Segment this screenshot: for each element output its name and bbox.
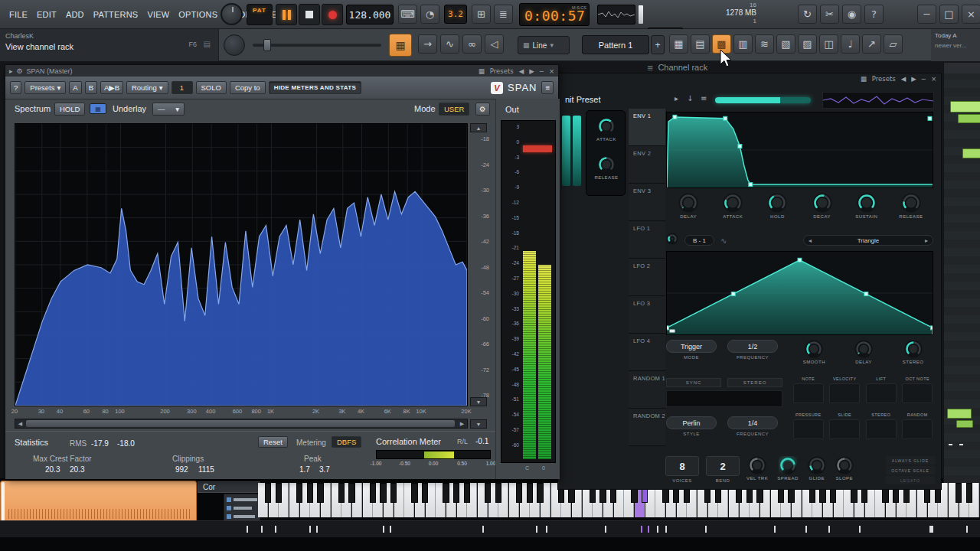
- scroll-left-button[interactable]: ◀: [15, 419, 25, 428]
- shape-next-icon[interactable]: ▸: [925, 237, 928, 244]
- clip-indicator[interactable]: [523, 145, 552, 152]
- typing-keyboard-icon[interactable]: ⌨: [398, 5, 417, 24]
- reset-button[interactable]: Reset: [258, 436, 288, 448]
- black-key[interactable]: [390, 483, 397, 503]
- underlay-selector[interactable]: —▾: [152, 103, 185, 116]
- knob-delay[interactable]: DELAY: [844, 340, 884, 375]
- black-key[interactable]: [516, 483, 522, 503]
- menu-button[interactable]: ≡: [541, 81, 554, 94]
- lfo-display[interactable]: [666, 251, 933, 335]
- smart-disable-icon[interactable]: ∿: [440, 34, 459, 54]
- master-pitch-knob[interactable]: [224, 34, 245, 56]
- random-frequency-button[interactable]: 1/4: [727, 416, 778, 429]
- step-sequencer-icon[interactable]: ▤: [691, 34, 710, 54]
- metronome-icon[interactable]: ♩: [841, 34, 860, 54]
- output-meter[interactable]: 30-3-6-9-12-15-18-21-24-27-30-33-36-39-4…: [501, 120, 556, 463]
- matrix-slide[interactable]: SLIDE: [828, 412, 862, 448]
- matrix-cell[interactable]: [866, 383, 897, 403]
- tab-env-2[interactable]: ENV 2: [629, 146, 665, 184]
- mode-user-button[interactable]: USER: [439, 103, 469, 116]
- spectrum-scrollbar[interactable]: ◀ ▶: [15, 419, 468, 429]
- collapse-icon[interactable]: ▸: [9, 67, 13, 75]
- preset-name[interactable]: nit Preset: [565, 95, 600, 104]
- black-key[interactable]: [348, 483, 354, 503]
- tools-icon[interactable]: ✂: [820, 5, 839, 24]
- spectrum-display[interactable]: [15, 123, 468, 406]
- preset-next-icon[interactable]: ▸: [675, 94, 678, 103]
- matrix-stereo[interactable]: STEREO: [864, 412, 898, 448]
- voices-button[interactable]: 8: [665, 456, 699, 476]
- audio-clip-thumbnail[interactable]: [0, 481, 197, 523]
- random-sync-button[interactable]: SYNC: [666, 378, 721, 387]
- tab-env-3[interactable]: ENV 3: [629, 184, 665, 221]
- background-window-fragment[interactable]: Cor: [198, 481, 260, 493]
- piano-roll-note[interactable]: [958, 114, 980, 123]
- mod-strip-1[interactable]: [562, 116, 570, 186]
- piano-roll-note[interactable]: [947, 409, 972, 419]
- close-window-button[interactable]: ×: [931, 75, 936, 83]
- side-knob-release[interactable]: RELEASE: [593, 155, 620, 180]
- random-style-button[interactable]: Perlin: [666, 416, 717, 429]
- matrix-cell[interactable]: [866, 419, 897, 439]
- black-key[interactable]: [956, 483, 962, 503]
- black-key[interactable]: [527, 483, 533, 503]
- tab-env-1[interactable]: ENV 1: [629, 109, 665, 146]
- browser-icon[interactable]: ▨: [798, 34, 817, 54]
- help-icon[interactable]: ?: [864, 5, 884, 24]
- scroll-right-button[interactable]: ▶: [457, 419, 467, 428]
- knob-vel-trk[interactable]: VEL TRK: [746, 456, 768, 481]
- mic-icon[interactable]: ◉: [842, 5, 861, 24]
- ab-slot-b-button[interactable]: B: [85, 81, 97, 94]
- stop-button[interactable]: [299, 4, 320, 25]
- black-key[interactable]: [485, 483, 491, 503]
- maximize-button[interactable]: □: [939, 5, 959, 24]
- next-preset-button[interactable]: ▶: [529, 67, 534, 75]
- plugin-gear-icon[interactable]: ⚙: [17, 67, 23, 75]
- lfo-tempo-pill[interactable]: B - 1: [684, 235, 714, 246]
- black-key[interactable]: [453, 483, 459, 503]
- hold-button[interactable]: HOLD: [54, 103, 85, 116]
- black-key[interactable]: [276, 483, 282, 503]
- pattern-add-button[interactable]: +: [651, 35, 665, 54]
- dbfs-button[interactable]: DBFS: [332, 436, 361, 448]
- minimize-button[interactable]: ─: [917, 5, 936, 24]
- black-key[interactable]: [966, 483, 972, 503]
- matrix-cell[interactable]: [793, 383, 824, 403]
- knob-release[interactable]: RELEASE: [889, 193, 933, 230]
- prev-preset-button[interactable]: ◀: [519, 67, 524, 75]
- waveform-preview[interactable]: [822, 92, 934, 109]
- side-knob-attack[interactable]: ATTACK: [593, 117, 620, 142]
- hide-meters-button[interactable]: HIDE METERS AND STATS: [269, 81, 362, 94]
- knob-hold[interactable]: HOLD: [755, 193, 799, 230]
- count-in-display[interactable]: 3.2: [444, 5, 467, 24]
- news-panel[interactable]: Today A newer ver...: [931, 29, 980, 61]
- black-key[interactable]: [317, 483, 323, 503]
- matrix-cell[interactable]: [829, 383, 860, 403]
- close-window-button[interactable]: ×: [549, 67, 554, 75]
- piano-roll-icon[interactable]: ▥: [733, 34, 753, 54]
- random-stereo-button[interactable]: STEREO: [727, 378, 782, 387]
- flag-always-glide[interactable]: ALWAYS GLIDE: [886, 456, 935, 465]
- flag-legato[interactable]: LEGATO: [886, 476, 935, 484]
- black-key[interactable]: [537, 483, 543, 503]
- black-key[interactable]: [296, 483, 302, 503]
- menu-patterns[interactable]: PATTERNS: [89, 7, 143, 22]
- tab-lfo-4[interactable]: LFO 4: [629, 334, 665, 371]
- link-icon[interactable]: ∞: [462, 34, 482, 54]
- pan-slider-handle[interactable]: [263, 39, 271, 51]
- background-window-title[interactable]: Cor: [198, 481, 260, 493]
- knob-glide[interactable]: GLIDE: [808, 456, 826, 481]
- shop-icon[interactable]: ▱: [884, 34, 903, 54]
- matrix-cell[interactable]: [829, 419, 860, 439]
- black-key[interactable]: [411, 483, 417, 503]
- matrix-note[interactable]: NOTE: [792, 377, 825, 412]
- menu-view[interactable]: VIEW: [142, 7, 174, 22]
- lfo-shape-selector[interactable]: ◂Triangle▸: [803, 235, 933, 246]
- next-preset-button[interactable]: ▶: [911, 75, 916, 83]
- matrix-random[interactable]: RANDOM: [901, 412, 935, 448]
- piano-roll-fragment[interactable]: [943, 63, 980, 483]
- freq-zoom-button[interactable]: ▼: [470, 419, 487, 429]
- black-key[interactable]: [422, 483, 428, 503]
- knob-spread[interactable]: SPREAD: [777, 456, 799, 481]
- lfo-mode-button[interactable]: Trigger: [666, 340, 717, 353]
